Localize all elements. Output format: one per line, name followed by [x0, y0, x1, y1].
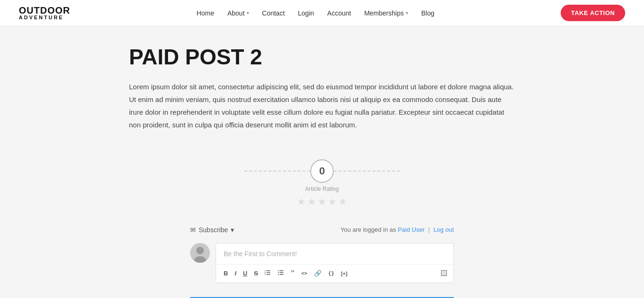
nav-links: Home About ▾ Contact Login Account Membe…: [197, 9, 435, 17]
logo-adventure: ADVENTURE: [19, 15, 70, 20]
rating-value: 0: [319, 165, 325, 177]
toolbar-unordered-list[interactable]: [276, 268, 286, 278]
comment-box[interactable]: Be the First to Comment! B I U S 123 " <…: [216, 243, 454, 283]
star-2[interactable]: ★: [307, 196, 316, 207]
mail-icon: ✉: [190, 226, 196, 234]
paid-user-link[interactable]: Paid User: [398, 226, 425, 233]
rating-dashes-left: [244, 171, 310, 172]
comment-input-row: Be the First to Comment! B I U S 123 " <…: [190, 243, 454, 283]
image-icon[interactable]: 🖼: [440, 269, 448, 278]
subscribe-chevron-icon: ▾: [231, 226, 234, 234]
svg-point-1: [196, 247, 204, 254]
comment-placeholder[interactable]: Be the First to Comment!: [216, 243, 453, 265]
toolbar-ordered-list[interactable]: 123: [263, 268, 273, 278]
svg-point-12: [278, 270, 279, 271]
rating-dashes-right: [334, 171, 400, 172]
nav-blog[interactable]: Blog: [421, 9, 435, 17]
subscribe-row: ✉ Subscribe ▾ You are logged in as Paid …: [190, 226, 454, 234]
post-title: PAID POST 2: [129, 45, 515, 69]
logo-outdoor: OUTDOOR: [19, 6, 70, 15]
toolbar-link[interactable]: 🔗: [312, 269, 323, 278]
subscribe-label: Subscribe: [199, 226, 228, 234]
svg-text:3: 3: [265, 273, 266, 275]
toolbar-strikethrough[interactable]: S: [252, 269, 260, 278]
subscribe-button[interactable]: ✉ Subscribe ▾: [190, 226, 234, 234]
pipe-separator: |: [428, 226, 430, 233]
star-4[interactable]: ★: [328, 196, 337, 207]
comments-area: ✉ Subscribe ▾ You are logged in as Paid …: [190, 226, 454, 298]
rating-stars[interactable]: ★ ★ ★ ★ ★: [297, 196, 347, 207]
nav-account[interactable]: Account: [327, 9, 351, 17]
toolbar-bold[interactable]: B: [222, 269, 230, 278]
star-3[interactable]: ★: [318, 196, 326, 207]
content-area: PAID POST 2 Lorem ipsum dolor sit amet, …: [120, 26, 524, 298]
nav-home[interactable]: Home: [197, 9, 214, 17]
rating-line-container: 0: [244, 159, 400, 183]
toolbar-blockquote[interactable]: ": [289, 268, 297, 279]
star-1[interactable]: ★: [297, 196, 306, 207]
rating-circle: 0: [310, 159, 334, 183]
nav-memberships[interactable]: Memberships ▾: [364, 9, 408, 17]
avatar: [190, 243, 210, 263]
nav-about[interactable]: About ▾: [227, 9, 249, 17]
toolbar-italic[interactable]: I: [233, 269, 238, 278]
logged-in-text: You are logged in as: [340, 226, 398, 233]
take-action-button[interactable]: TAKE ACTION: [561, 5, 625, 21]
post-body: Lorem ipsum dolor sit amet, consectetur …: [129, 80, 515, 131]
toolbar-underline[interactable]: U: [241, 269, 249, 278]
memberships-chevron-icon: ▾: [406, 10, 408, 16]
svg-point-13: [278, 272, 279, 273]
star-5[interactable]: ★: [338, 196, 347, 207]
nav-contact[interactable]: Contact: [262, 9, 285, 17]
svg-point-14: [278, 274, 279, 275]
toolbar-code[interactable]: <>: [299, 269, 309, 277]
logout-link[interactable]: Log out: [434, 226, 454, 233]
login-status: You are logged in as Paid User | Log out: [340, 226, 454, 233]
nav-login[interactable]: Login: [298, 9, 314, 17]
toolbar-curly[interactable]: {}: [326, 269, 336, 277]
navbar: OUTDOOR ADVENTURE Home About ▾ Contact L…: [0, 0, 644, 26]
comment-toolbar: B I U S 123 " <> 🔗 {} [+] 🖼: [216, 265, 453, 282]
about-chevron-icon: ▾: [247, 10, 249, 16]
rating-section: 0 Article Rating ★ ★ ★ ★ ★: [129, 159, 515, 207]
site-logo[interactable]: OUTDOOR ADVENTURE: [19, 6, 70, 20]
rating-label: Article Rating: [305, 186, 338, 192]
toolbar-plus[interactable]: [+]: [339, 270, 349, 277]
